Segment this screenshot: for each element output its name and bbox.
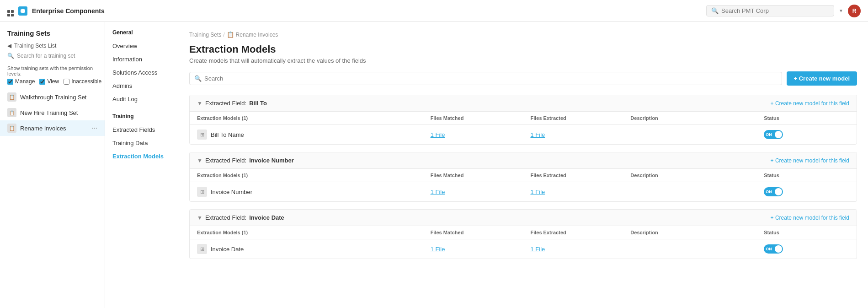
app-title: Enterprise Components [32,7,105,15]
toggle-knob-invoice-date [775,245,782,253]
model-name-cell-invoice-date: ⊞ Invoice Date [190,239,423,259]
table-row: ⊞ Invoice Date 1 File 1 File [190,239,857,259]
chevron-invoice-date[interactable]: ▼ [197,215,202,221]
status-cell-invoice-number: ON [756,182,857,202]
create-new-model-button[interactable]: + Create new model [787,71,857,86]
field-section-invoice-number: ▼ Extracted Field: Invoice Number + Crea… [189,152,857,202]
checkbox-manage-label: Manage [15,78,35,85]
checkbox-view[interactable]: View [39,78,59,85]
create-model-invoice-date[interactable]: + Create new model for this field [771,215,849,221]
toggle-bill-to[interactable]: ON [764,130,783,139]
description-bill-to [623,125,756,145]
chevron-invoice-number[interactable]: ▼ [197,157,202,164]
model-name-cell-invoice-number: ⊞ Invoice Number [190,182,423,202]
sec-sidebar-item-admins[interactable]: Admins [105,79,178,92]
sidebar-item-label-rename-invoices: Rename Invoices [20,125,66,132]
table-header-row-bill-to: Extraction Models (1) Files Matched File… [190,112,857,125]
field-label-invoice-number: Extracted Field: [205,157,246,164]
global-search[interactable]: 🔍 [706,5,834,16]
model-name-wrapper-invoice-number: ⊞ Invoice Number [197,187,416,197]
sec-sidebar-item-extraction-models[interactable]: Extraction Models [105,150,178,163]
permission-label: Show training sets with the permission l… [0,61,105,78]
sidebar-item-walkthrough[interactable]: 📋 Walkthrough Training Set [0,89,105,105]
th-status-bill-to: Status [756,112,857,125]
toggle-invoice-date[interactable]: ON [764,244,783,254]
table-invoice-date: Extraction Models (1) Files Matched File… [190,226,857,259]
create-model-invoice-number[interactable]: + Create new model for this field [771,157,849,164]
sec-sidebar-item-training-data[interactable]: Training Data [105,136,178,150]
sidebar-item-new-hire[interactable]: 📋 New Hire Training Set [0,105,105,120]
header-right: 🔍 ▼ R [112,5,861,17]
status-cell-invoice-date: ON [756,239,857,259]
create-model-bill-to[interactable]: + Create new model for this field [771,100,849,107]
files-matched-link-bill-to[interactable]: 1 File [431,131,445,138]
field-section-bill-to: ▼ Extracted Field: Bill To + Create new … [189,95,857,145]
model-name-cell-bill-to-name: ⊞ Bill To Name [190,125,423,145]
th-description-bill-to: Description [623,112,756,125]
field-header-left-bill-to: ▼ Extracted Field: Bill To [197,100,267,107]
table-row: ⊞ Bill To Name 1 File 1 File [190,125,857,145]
table-header-row-invoice-date: Extraction Models (1) Files Matched File… [190,226,857,239]
model-icon-bill-to: ⊞ [197,130,207,140]
top-header: Enterprise Components 🔍 ▼ R [0,0,868,22]
model-label-bill-to: Bill To Name [211,131,244,138]
sec-sidebar-item-solutions-access[interactable]: Solutions Access [105,66,178,79]
toolbar: 🔍 + Create new model [189,71,857,86]
th-status-invoice-number: Status [756,169,857,182]
table-header-row-invoice-number: Extraction Models (1) Files Matched File… [190,169,857,182]
sec-sidebar-item-information[interactable]: Information [105,53,178,66]
model-label-invoice-date: Invoice Date [211,246,244,253]
search-input[interactable] [204,75,777,82]
field-header-left-invoice-number: ▼ Extracted Field: Invoice Number [197,157,294,164]
rename-invoices-icon: 📋 [7,124,16,133]
search-dropdown-arrow[interactable]: ▼ [839,8,843,13]
global-search-icon: 🔍 [711,7,719,14]
permission-checkboxes: Manage View Inaccessible [0,78,105,89]
model-label-invoice-number: Invoice Number [211,189,252,195]
training-group-title: Training [105,113,178,123]
field-name-invoice-date: Invoice Date [249,214,284,221]
sec-sidebar-item-overview[interactable]: Overview [105,39,178,53]
files-extracted-link-bill-to[interactable]: 1 File [530,131,545,138]
breadcrumb-parent[interactable]: Training Sets [189,32,221,38]
checkbox-inaccessible[interactable]: Inaccessible [64,78,101,85]
field-section-header-invoice-date: ▼ Extracted Field: Invoice Date + Create… [190,210,857,226]
files-matched-invoice-number: 1 File [423,182,523,202]
app-logo-icon [18,6,27,16]
files-matched-bill-to: 1 File [423,125,523,145]
grid-icon[interactable] [7,5,14,16]
sidebar-section-title: Training Sets [0,29,105,41]
user-avatar[interactable]: R [848,5,861,17]
files-matched-link-invoice-date[interactable]: 1 File [431,246,445,253]
th-description-invoice-date: Description [623,226,756,239]
toggle-invoice-number[interactable]: ON [764,187,783,196]
sec-sidebar-item-extracted-fields[interactable]: Extracted Fields [105,123,178,136]
new-hire-icon: 📋 [7,108,16,117]
toggle-label-bill-to: ON [766,132,772,137]
model-name-wrapper-invoice-date: ⊞ Invoice Date [197,244,416,254]
sec-sidebar-item-audit-log[interactable]: Audit Log [105,92,178,106]
chevron-bill-to[interactable]: ▼ [197,100,202,107]
files-matched-link-invoice-number[interactable]: 1 File [431,189,445,195]
back-to-list[interactable]: ◀ Training Sets List [0,41,105,51]
field-header-left-invoice-date: ▼ Extracted Field: Invoice Date [197,214,284,221]
sidebar-item-label-new-hire: New Hire Training Set [20,109,78,116]
search-box[interactable]: 🔍 [189,72,782,85]
sidebar-item-rename-invoices[interactable]: 📋 Rename Invoices ··· [0,120,105,136]
breadcrumb: Training Sets / 📋 Rename Invoices [189,31,857,38]
sidebar-search[interactable]: 🔍 Search for a training set [0,51,105,61]
global-search-input[interactable] [721,7,829,14]
app-brand: Enterprise Components [7,5,112,16]
files-extracted-link-invoice-date[interactable]: 1 File [530,246,545,253]
files-extracted-link-invoice-number[interactable]: 1 File [530,189,545,195]
rename-invoices-menu-dots[interactable]: ··· [91,124,97,132]
toggle-knob-invoice-number [775,188,782,195]
back-arrow-icon: ◀ [7,43,11,49]
table-row: ⊞ Invoice Number 1 File 1 File [190,182,857,202]
sidebar-item-label-walkthrough: Walkthrough Training Set [20,94,86,101]
th-status-invoice-date: Status [756,226,857,239]
secondary-sidebar: General Overview Information Solutions A… [105,22,178,308]
back-link-label: Training Sets List [14,43,56,49]
checkbox-manage[interactable]: Manage [7,78,35,85]
sidebar-search-placeholder: Search for a training set [17,53,75,59]
